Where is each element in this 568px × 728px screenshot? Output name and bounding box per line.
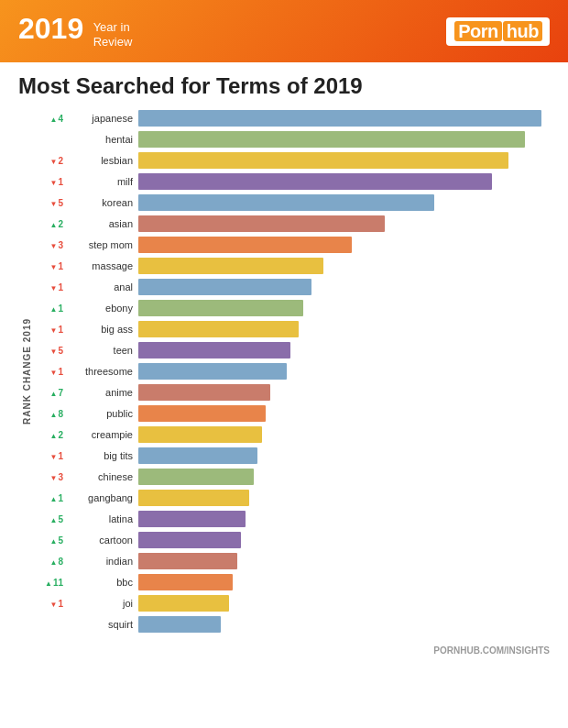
term-label: latina	[67, 513, 138, 524]
chart-row: hentai	[32, 129, 550, 149]
year-sub: Year in Review	[93, 20, 133, 49]
chart-row: 1ebony	[32, 298, 550, 318]
rank-change: 5	[32, 346, 67, 356]
chart-row: 8indian	[32, 551, 550, 571]
bar	[138, 342, 290, 358]
bar	[138, 215, 385, 232]
footer-url: PORNHUB.COM/INSIGHTS	[433, 645, 550, 656]
rank-change: 8	[32, 557, 67, 567]
arrow-up-icon	[50, 388, 58, 398]
term-label: ebony	[67, 303, 138, 314]
bar-area	[138, 363, 550, 380]
bar-area	[138, 131, 550, 148]
main-content: Most Searched for Terms of 2019 RANK CHA…	[0, 62, 568, 642]
arrow-down-icon	[50, 156, 58, 166]
chart-row: 4japanese	[32, 108, 550, 128]
arrow-up-icon	[50, 535, 58, 546]
rank-change: 3	[32, 472, 67, 482]
rank-num: 1	[58, 177, 63, 187]
rank-num: 1	[58, 493, 63, 503]
rank-num: 5	[58, 346, 63, 356]
term-label: korean	[67, 197, 138, 208]
bar-area	[138, 300, 550, 316]
rank-num: 3	[58, 472, 63, 482]
bar	[138, 152, 508, 169]
bar-area	[138, 237, 550, 253]
bar-area	[138, 384, 550, 401]
rank-num: 4	[58, 114, 63, 124]
term-label: asian	[67, 218, 138, 229]
rank-num: 7	[58, 388, 63, 398]
bar-area	[138, 447, 550, 464]
bar-area	[138, 194, 550, 211]
rank-num: 5	[58, 514, 63, 524]
bar-area	[138, 279, 550, 295]
term-label: hentai	[67, 134, 138, 145]
rank-num: 1	[58, 451, 63, 461]
chart-row: 8public	[32, 403, 550, 424]
bar	[138, 173, 492, 190]
bar	[138, 131, 525, 148]
arrow-down-icon	[50, 451, 58, 461]
term-label: indian	[67, 556, 138, 567]
term-label: massage	[67, 260, 138, 271]
bar-area	[138, 595, 550, 612]
rank-num: 1	[58, 367, 63, 377]
arrow-down-icon	[50, 282, 58, 292]
bar	[138, 532, 241, 548]
bar-area	[138, 258, 550, 274]
rank-change: 3	[32, 240, 67, 250]
bar-area	[138, 616, 550, 633]
chart-row: 3chinese	[32, 467, 550, 487]
rank-change: 1	[32, 451, 67, 461]
rank-num: 1	[58, 303, 63, 314]
chart-row: 11bbc	[32, 572, 550, 592]
term-label: chinese	[67, 471, 138, 482]
bar-area	[138, 321, 550, 337]
bar-area	[138, 532, 550, 548]
bar	[138, 447, 257, 464]
rank-num: 1	[58, 261, 63, 271]
term-label: step mom	[67, 239, 138, 250]
bar-area	[138, 342, 550, 358]
term-label: public	[67, 408, 138, 419]
chart-container: RANK CHANGE 2019 4japanesehentai2lesbian…	[18, 108, 550, 634]
rank-change: 1	[32, 261, 67, 271]
term-label: milf	[67, 176, 138, 187]
bar	[138, 363, 287, 380]
chart-row: 7anime	[32, 382, 550, 403]
rank-change: 2	[32, 219, 67, 229]
bar-area	[138, 511, 550, 527]
term-label: cartoon	[67, 535, 138, 546]
chart-row: 1threesome	[32, 361, 550, 381]
arrow-up-icon	[50, 303, 58, 314]
header-left: 2019 Year in Review	[18, 14, 132, 49]
bar	[138, 405, 266, 422]
rank-num: 1	[58, 282, 63, 292]
chart-row: squirt	[32, 614, 550, 634]
chart-row: 5korean	[32, 193, 550, 213]
footer: PORNHUB.COM/INSIGHTS	[0, 642, 568, 661]
rank-change: 1	[32, 177, 67, 187]
rank-change: 5	[32, 514, 67, 524]
rank-change: 2	[32, 430, 67, 440]
bar	[138, 616, 221, 633]
term-label: big ass	[67, 324, 138, 335]
chart-row: 1milf	[32, 171, 550, 192]
bar	[138, 595, 229, 612]
pornhub-logo: Pornhub	[446, 17, 550, 46]
chart-row: 1gangbang	[32, 488, 550, 508]
rank-change: 2	[32, 156, 67, 166]
header: 2019 Year in Review Pornhub	[0, 0, 568, 62]
arrow-down-icon	[50, 367, 58, 377]
arrow-down-icon	[50, 261, 58, 271]
rank-num: 8	[58, 409, 63, 419]
bar-area	[138, 173, 550, 190]
bar-area	[138, 110, 550, 127]
arrow-up-icon	[50, 114, 58, 124]
rank-num: 3	[58, 240, 63, 250]
chart-row: 5cartoon	[32, 530, 550, 550]
bar	[138, 469, 254, 485]
arrow-down-icon	[50, 599, 58, 609]
rank-change: 4	[32, 114, 67, 124]
